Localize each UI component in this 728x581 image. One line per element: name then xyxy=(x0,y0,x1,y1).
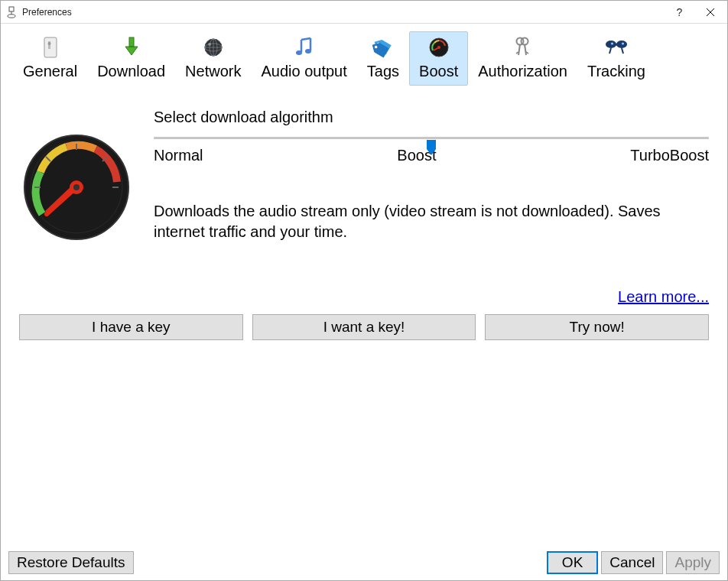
svg-point-35 xyxy=(616,41,627,48)
tab-label-download: Download xyxy=(97,63,165,80)
tab-network[interactable]: Network xyxy=(175,31,251,86)
tab-general[interactable]: General xyxy=(13,31,87,86)
tab-boost[interactable]: Boost xyxy=(409,31,468,86)
svg-rect-38 xyxy=(615,44,618,46)
tab-label-tracking: Tracking xyxy=(587,63,645,80)
audio-icon xyxy=(261,35,346,60)
cancel-button[interactable]: Cancel xyxy=(601,551,663,574)
tab-label-boost: Boost xyxy=(419,63,458,80)
tab-download[interactable]: Download xyxy=(87,31,175,86)
boost-gauge-image xyxy=(19,109,134,314)
tab-tags[interactable]: Tags xyxy=(357,31,409,86)
tab-label-tags: Tags xyxy=(367,63,399,80)
svg-rect-8 xyxy=(129,37,134,47)
close-button[interactable] xyxy=(693,1,727,24)
authorization-icon xyxy=(478,35,567,60)
app-icon xyxy=(5,6,18,18)
title-bar: Preferences ? xyxy=(1,1,727,24)
want-key-button[interactable]: I want a key! xyxy=(252,314,476,340)
key-buttons-row: I have a key I want a key! Try now! xyxy=(1,314,727,340)
tab-tracking[interactable]: Tracking xyxy=(577,31,655,86)
svg-marker-51 xyxy=(427,140,436,155)
bottom-bar: Restore Defaults OK Cancel Apply xyxy=(1,545,727,580)
svg-line-30 xyxy=(518,44,520,55)
svg-line-31 xyxy=(525,44,526,55)
ok-button[interactable]: OK xyxy=(547,551,598,574)
general-icon xyxy=(23,35,77,60)
svg-point-7 xyxy=(47,42,50,45)
svg-point-29 xyxy=(521,38,528,45)
svg-point-37 xyxy=(622,42,624,44)
tab-label-network: Network xyxy=(185,63,241,80)
window-title: Preferences xyxy=(22,7,666,18)
download-icon xyxy=(97,35,165,60)
tab-label-audio: Audio output xyxy=(261,63,346,80)
slider-thumb[interactable] xyxy=(426,139,437,158)
boost-icon xyxy=(419,35,458,60)
tab-audio[interactable]: Audio output xyxy=(251,31,356,86)
algorithm-slider[interactable] xyxy=(154,137,709,139)
boost-description: Downloads the audio stream only (video s… xyxy=(154,201,709,242)
svg-point-2 xyxy=(8,14,15,17)
learn-more-link[interactable]: Learn more... xyxy=(618,288,709,305)
slider-label-turbo: TurboBoost xyxy=(630,147,709,164)
section-label: Select download algorithm xyxy=(154,109,709,126)
svg-marker-9 xyxy=(125,47,138,55)
help-button[interactable]: ? xyxy=(666,1,693,24)
slider-label-normal: Normal xyxy=(154,147,203,164)
try-now-button[interactable]: Try now! xyxy=(485,314,709,340)
tab-bar: General Download Network Audio output Ta… xyxy=(1,24,727,86)
network-icon xyxy=(185,35,241,60)
svg-point-27 xyxy=(437,46,440,49)
restore-defaults-button[interactable]: Restore Defaults xyxy=(8,551,134,574)
svg-point-34 xyxy=(606,41,616,48)
svg-point-50 xyxy=(73,184,80,190)
svg-point-19 xyxy=(296,50,302,55)
svg-point-36 xyxy=(611,42,613,44)
svg-rect-0 xyxy=(9,7,14,11)
have-key-button[interactable]: I have a key xyxy=(19,314,243,340)
tab-label-authorization: Authorization xyxy=(478,63,567,80)
svg-point-18 xyxy=(208,43,211,46)
apply-button[interactable]: Apply xyxy=(666,551,720,574)
tab-label-general: General xyxy=(23,63,77,80)
tab-authorization[interactable]: Authorization xyxy=(468,31,577,86)
tags-icon xyxy=(367,35,399,60)
svg-point-20 xyxy=(305,49,311,54)
tracking-icon xyxy=(587,35,645,60)
